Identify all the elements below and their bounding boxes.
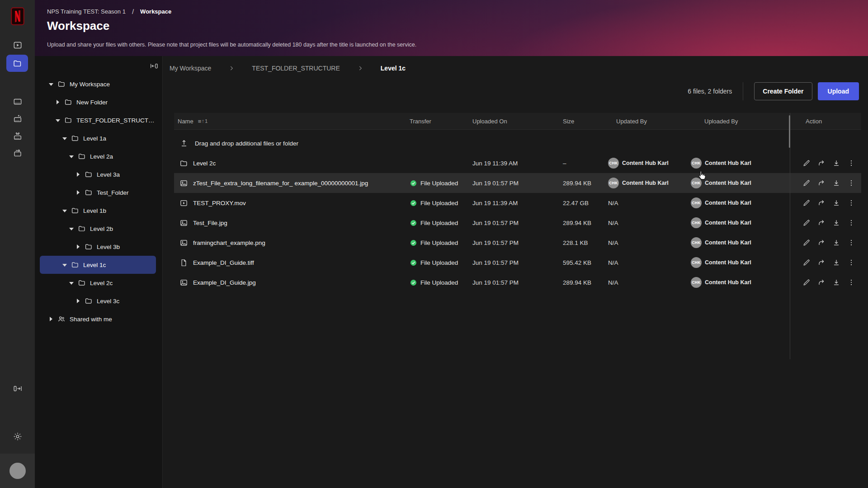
row-actions	[797, 277, 861, 287]
rail-bottom-strip	[0, 454, 35, 488]
more-kebab-button[interactable]	[846, 277, 856, 287]
tree-item-level-2a[interactable]: Level 2a	[40, 147, 156, 165]
uploaded-on: Jun 19 11:39 AM	[472, 200, 563, 206]
share-forward-button[interactable]	[816, 238, 826, 248]
sort-indicator[interactable]: ≡↑1	[198, 118, 208, 124]
tree-caret-icon[interactable]	[56, 118, 60, 122]
download-button[interactable]	[831, 158, 841, 168]
share-forward-button[interactable]	[816, 158, 826, 168]
breadcrumb-item[interactable]: TEST_FOLDER_STRUCTURE	[252, 65, 340, 72]
archive-box-icon[interactable]	[0, 148, 35, 158]
tree-item-shared-with-me[interactable]: Shared with me	[40, 310, 156, 328]
tree-item-level-2c[interactable]: Level 2c	[40, 274, 156, 292]
film-strip-icon[interactable]	[0, 97, 35, 107]
download-button[interactable]	[831, 277, 841, 287]
share-forward-button[interactable]	[816, 178, 826, 188]
edit-pencil-button[interactable]	[802, 218, 811, 228]
more-kebab-button[interactable]	[846, 178, 856, 188]
tree-caret-icon[interactable]	[56, 100, 60, 104]
tree-caret-icon[interactable]	[69, 154, 74, 159]
tree-item-label: Level 1c	[83, 262, 106, 268]
table-row[interactable]: zTest_File_extra_long_filename_for_ exam…	[174, 173, 861, 193]
sort-order-badge: 1	[205, 118, 208, 124]
table-row[interactable]: framingchart_example.png File Uploaded J…	[174, 233, 861, 253]
workspace-folder-icon[interactable]	[6, 55, 28, 72]
share-forward-button[interactable]	[816, 218, 826, 228]
tree-caret-icon[interactable]	[76, 190, 80, 195]
breadcrumb-project[interactable]: NPS Training TEST: Season 1	[47, 8, 126, 15]
create-folder-button[interactable]: Create Folder	[754, 82, 812, 100]
user-avatar[interactable]	[9, 463, 26, 479]
edit-pencil-button[interactable]	[802, 178, 811, 188]
uploaded-by-name: Content Hub Karl	[705, 220, 751, 226]
dropzone[interactable]: Drag and drop additional files or folder	[174, 133, 861, 153]
share-forward-button[interactable]	[816, 198, 826, 208]
table-row[interactable]: TEST_PROXY.mov File Uploaded Jun 19 11:3…	[174, 193, 861, 213]
collapse-tree-icon[interactable]	[150, 61, 159, 70]
tree-caret-icon[interactable]	[69, 281, 74, 285]
folder-icon	[85, 188, 93, 197]
column-header-name[interactable]: Name ≡↑1	[174, 118, 410, 125]
download-button[interactable]	[831, 198, 841, 208]
tree-item-level-3c[interactable]: Level 3c	[40, 292, 156, 310]
download-button[interactable]	[831, 258, 841, 267]
table-row[interactable]: Level 2c Jun 19 11:39 AM – CHK Content H…	[174, 153, 861, 173]
more-kebab-button[interactable]	[846, 258, 856, 267]
edit-pencil-button[interactable]	[802, 258, 811, 267]
download-button[interactable]	[831, 178, 841, 188]
tree-caret-icon[interactable]	[76, 172, 80, 177]
table-row[interactable]: Example_DI_Guide.jpg File Uploaded Jun 1…	[174, 272, 861, 292]
tree-item-level-3b[interactable]: Level 3b	[40, 238, 156, 256]
tree-item-level-3a[interactable]: Level 3a	[40, 165, 156, 183]
download-button[interactable]	[831, 218, 841, 228]
film-scissors-icon[interactable]	[0, 131, 35, 141]
table-row[interactable]: Example_DI_Guide.tiff File Uploaded Jun …	[174, 253, 861, 272]
tree-caret-icon[interactable]	[62, 136, 67, 141]
more-kebab-button[interactable]	[846, 218, 856, 228]
uploaded-by-name: Content Hub Karl	[705, 259, 751, 266]
table-row[interactable]: Test_File.jpg File Uploaded Jun 19 01:57…	[174, 213, 861, 233]
image-file-icon	[179, 278, 188, 287]
breadcrumb-item[interactable]: My Workspace	[170, 65, 211, 72]
film-sparkle-icon[interactable]	[0, 114, 35, 124]
settings-gear-icon[interactable]	[0, 432, 35, 441]
edit-pencil-button[interactable]	[802, 277, 811, 287]
more-kebab-button[interactable]	[846, 238, 856, 248]
edit-pencil-button[interactable]	[802, 198, 811, 208]
check-circle-icon	[410, 239, 417, 247]
folder-icon	[71, 134, 79, 142]
upload-button[interactable]: Upload	[818, 82, 859, 100]
tree-caret-icon[interactable]	[49, 82, 53, 86]
share-forward-button[interactable]	[816, 277, 826, 287]
tree-caret-icon[interactable]	[76, 244, 80, 249]
file-count-summary: 6 files, 2 folders	[688, 88, 732, 95]
more-kebab-button[interactable]	[846, 158, 856, 168]
tree-item-level-2b[interactable]: Level 2b	[40, 220, 156, 238]
folder-tree-panel: My Workspace New Folder TEST_FOLDER_STRU…	[35, 56, 163, 488]
uploaded-by-name: Content Hub Karl	[705, 279, 751, 286]
tree-caret-icon[interactable]	[69, 226, 74, 231]
tree-caret-icon[interactable]	[62, 208, 67, 213]
edit-pencil-button[interactable]	[802, 158, 811, 168]
edit-pencil-button[interactable]	[802, 238, 811, 248]
updated-by-name: N/A	[608, 259, 618, 266]
scrollbar-thumb[interactable]	[789, 115, 790, 148]
tree-item-level-1b[interactable]: Level 1b	[40, 202, 156, 220]
more-kebab-button[interactable]	[846, 198, 856, 208]
tree-item-level-1a[interactable]: Level 1a	[40, 129, 156, 147]
tree-item-my-workspace[interactable]: My Workspace	[40, 75, 156, 93]
dropzone-text: Drag and drop additional files or folder	[195, 140, 298, 147]
tree-item-test-folder-structure[interactable]: TEST_FOLDER_STRUCTURE	[40, 111, 156, 129]
tree-item-new-folder[interactable]: New Folder	[40, 93, 156, 111]
collapse-panel-icon[interactable]	[0, 384, 35, 394]
download-button[interactable]	[831, 238, 841, 248]
share-forward-button[interactable]	[816, 258, 826, 267]
video-player-icon[interactable]	[0, 40, 35, 50]
tree-item-level-1c[interactable]: Level 1c	[40, 256, 156, 274]
uploaded-on: Jun 19 01:57 PM	[472, 259, 563, 266]
tree-caret-icon[interactable]	[49, 317, 53, 321]
tree-item-test-folder[interactable]: Test_Folder	[40, 183, 156, 202]
folder-icon	[71, 261, 79, 269]
tree-caret-icon[interactable]	[62, 263, 67, 267]
tree-caret-icon[interactable]	[76, 299, 80, 303]
